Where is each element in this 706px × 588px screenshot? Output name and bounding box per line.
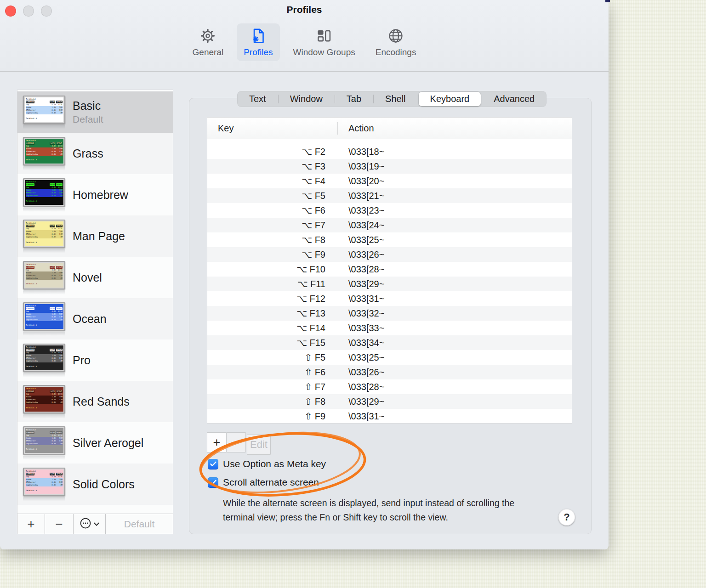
use-option-as-meta-row: Use Option as Meta key: [208, 458, 326, 469]
toolbar-item-profiles[interactable]: Profiles: [237, 23, 279, 61]
profile-list-item[interactable]: Terminal# COMMAND%CPURPRVT top4.1%231K X…: [17, 339, 173, 381]
table-row[interactable]: ⇧ F5 \033[25~: [207, 350, 572, 365]
table-row[interactable]: ⌥ F10 \033[28~: [207, 262, 572, 277]
profile-list-item[interactable]: Terminal# COMMAND%CPURPRVT top4.1%231K X…: [17, 91, 173, 133]
thumbnail-reflection: [23, 414, 65, 418]
add-key-binding-button[interactable]: +: [207, 432, 227, 452]
table-row[interactable]: ⌥ F6 \033[23~: [207, 203, 572, 218]
remove-key-binding-button[interactable]: −: [226, 432, 246, 452]
thumbnail-reflection: [23, 332, 65, 336]
toolbar-item-general[interactable]: General: [186, 23, 231, 61]
profile-name: Novel: [73, 271, 102, 284]
table-row[interactable]: ⌥ F7 \033[24~: [207, 218, 572, 232]
window-header: Profiles General: [0, 0, 609, 72]
action-cell: \033[29~: [337, 396, 384, 407]
toolbar-label: Profiles: [244, 47, 273, 57]
table-row[interactable]: ⌥ F4 \033[20~: [207, 174, 572, 188]
tab-tab[interactable]: Tab: [335, 91, 373, 107]
tab-advanced[interactable]: Advanced: [482, 91, 547, 107]
table-row[interactable]: ⇧ F9 \033[31~: [207, 409, 572, 424]
toolbar-item-encodings[interactable]: Encodings: [369, 23, 423, 61]
profile-tabs: Text Window Tab Shell Keyboard Advanced: [237, 91, 547, 107]
window-groups-icon: [316, 28, 332, 44]
thumb-terminal-prompt: Terminal #: [26, 117, 63, 120]
use-option-as-meta-checkbox[interactable]: [208, 459, 218, 469]
table-row[interactable]: ⇧ F8 \033[29~: [207, 394, 572, 409]
table-row[interactable]: ⌥ F12 \033[31~: [207, 291, 572, 306]
thumb-terminal-prompt: Terminal #: [26, 365, 63, 368]
tab-window[interactable]: Window: [278, 91, 335, 107]
profile-list-item[interactable]: Terminal# COMMAND%CPURPRVT top4.1%231K X…: [17, 257, 173, 298]
profile-list-item[interactable]: Terminal# COMMAND%CPURPRVT top4.1%231K X…: [17, 422, 173, 464]
action-cell: \033[19~: [337, 161, 384, 172]
profile-name: Man Page: [73, 230, 125, 243]
profile-list-item[interactable]: Terminal# COMMAND%CPURPRVT top4.1%231K X…: [17, 174, 173, 215]
checkbox-label: Scroll alternate screen: [223, 477, 319, 488]
profile-list-item[interactable]: Terminal# COMMAND%CPURPRVT top4.1%231K X…: [17, 133, 173, 174]
thumbnail-reflection: [23, 249, 65, 253]
checkbox-label: Use Option as Meta key: [223, 458, 326, 469]
scroll-alternate-description: While the alternate screen is displayed,…: [223, 496, 533, 525]
profile-name: Grass: [73, 147, 103, 160]
tab-text[interactable]: Text: [237, 91, 278, 107]
column-header-key[interactable]: Key: [207, 123, 337, 134]
toolbar-item-window-groups[interactable]: Window Groups: [286, 23, 362, 61]
window-title: Profiles: [0, 4, 609, 15]
thumbnail-reflection: [23, 456, 65, 460]
toolbar-label: General: [193, 47, 224, 57]
set-default-button[interactable]: Default: [106, 514, 173, 534]
tab-keyboard[interactable]: Keyboard: [419, 92, 481, 106]
action-cell: \033[33~: [337, 323, 384, 334]
edit-key-binding-button[interactable]: Edit: [247, 435, 271, 455]
action-cell: \033[18~: [337, 147, 384, 157]
table-row[interactable]: ⇧ F7 \033[28~: [207, 379, 572, 394]
profile-list-item[interactable]: Terminal# COMMAND%CPURPRVT top4.1%231K X…: [17, 298, 173, 339]
action-cell: \033[24~: [337, 220, 384, 231]
background-window-corner: [605, 0, 610, 2]
action-cell: \033[25~: [337, 235, 384, 245]
key-cell: ⌥ F14: [207, 322, 337, 334]
table-row[interactable]: ⌥ F5 \033[21~: [207, 188, 572, 203]
table-partial-row: [207, 139, 572, 144]
key-cell: ⌥ F12: [207, 293, 337, 304]
key-cell: ⇧ F9: [207, 411, 337, 422]
thumb-terminal-prompt: Terminal #: [26, 324, 63, 327]
column-header-action[interactable]: Action: [337, 123, 374, 134]
table-row[interactable]: ⌥ F15 \033[34~: [207, 335, 572, 350]
checkmark-icon: [210, 480, 216, 485]
chevron-down-icon: [93, 520, 100, 528]
table-row[interactable]: ⌥ F11 \033[29~: [207, 277, 572, 291]
tab-shell[interactable]: Shell: [373, 91, 417, 107]
profile-thumbnail: Terminal# COMMAND%CPURPRVT top4.1%231K X…: [23, 385, 65, 418]
profile-name: Silver Aerogel: [73, 436, 143, 450]
profile-list-item[interactable]: Terminal# COMMAND%CPURPRVT top4.1%231K X…: [17, 464, 173, 505]
table-row[interactable]: ⇧ F6 \033[26~: [207, 365, 572, 379]
table-row[interactable]: ⌥ F8 \033[25~: [207, 232, 572, 247]
remove-profile-button[interactable]: −: [45, 514, 74, 534]
key-cell: ⌥ F5: [207, 190, 337, 201]
key-cell: ⌥ F8: [207, 234, 337, 245]
profile-name: Red Sands: [73, 395, 130, 408]
scroll-alternate-screen-row: Scroll alternate screen: [208, 477, 319, 488]
thumb-terminal-prompt: Terminal #: [26, 489, 63, 492]
profile-list-item[interactable]: Terminal# COMMAND%CPURPRVT top4.1%231K X…: [17, 215, 173, 257]
table-row[interactable]: ⌥ F14 \033[33~: [207, 321, 572, 335]
thumbnail-reflection: [23, 208, 65, 212]
scroll-alternate-screen-checkbox[interactable]: [208, 477, 218, 488]
table-row[interactable]: ⌥ F9 \033[26~: [207, 247, 572, 262]
table-row[interactable]: ⌥ F3 \033[19~: [207, 159, 572, 174]
profile-list: Terminal# COMMAND%CPURPRVT top4.1%231K X…: [17, 90, 173, 513]
table-row[interactable]: ⌥ F13 \033[32~: [207, 306, 572, 321]
toolbar-label: Encodings: [376, 47, 416, 57]
profile-thumbnail: Terminal# COMMAND%CPURPRVT top4.1%231K X…: [23, 137, 65, 170]
key-cell: ⌥ F2: [207, 146, 337, 157]
profile-list-item[interactable]: Terminal# COMMAND%CPURPRVT top4.1%231K X…: [17, 381, 173, 422]
profile-actions-menu-button[interactable]: [74, 514, 106, 534]
table-row[interactable]: ⌥ F2 \033[18~: [207, 144, 572, 159]
toolbar: General Profi: [0, 23, 609, 61]
thumb-terminal-prompt: Terminal #: [26, 407, 63, 409]
key-cell: ⇧ F7: [207, 381, 337, 392]
add-profile-button[interactable]: +: [17, 514, 45, 534]
key-bindings-table: Key Action ⌥ F2 \033[18~ ⌥ F3 \033[19~ ⌥…: [207, 117, 572, 424]
help-button[interactable]: ?: [558, 509, 575, 526]
